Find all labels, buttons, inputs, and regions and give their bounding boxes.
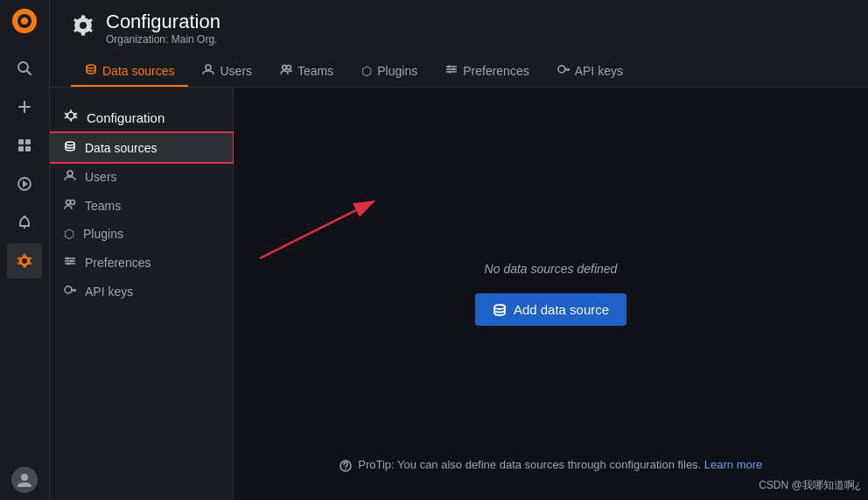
page-title: Configuration: [106, 11, 220, 33]
svg-point-43: [66, 257, 69, 260]
protip-message: ProTip: You can also define data sources…: [358, 458, 701, 471]
plugins-menu-icon: ⬡: [64, 227, 74, 241]
svg-line-52: [260, 201, 374, 258]
page-subtitle: Organization: Main Org.: [106, 33, 220, 46]
svg-point-27: [448, 66, 451, 68]
sidebar-dashboards-icon[interactable]: [7, 128, 42, 163]
left-panel-data-sources-label: Data sources: [85, 141, 157, 155]
users-tab-icon: [202, 63, 214, 78]
sidebar-bottom: [11, 467, 38, 493]
preferences-tab-icon: [445, 63, 458, 78]
preferences-menu-icon: [64, 255, 76, 270]
svg-point-2: [21, 18, 28, 25]
svg-point-28: [452, 68, 455, 71]
tab-preferences-label: Preferences: [463, 64, 528, 78]
teams-tab-icon: [280, 63, 292, 78]
no-data-message: No data sources defined: [485, 262, 618, 276]
data-sources-tab-icon: [85, 63, 97, 78]
left-panel-api-keys-label: API keys: [85, 285, 133, 299]
svg-point-37: [67, 171, 73, 176]
svg-point-36: [66, 142, 74, 145]
svg-point-21: [206, 65, 211, 70]
app-logo[interactable]: [10, 7, 38, 35]
protip-icon: [340, 458, 359, 471]
config-gear-icon: [71, 13, 95, 44]
left-panel-teams-label: Teams: [85, 199, 121, 213]
left-panel-plugins-label: Plugins: [83, 227, 123, 241]
data-sources-menu-icon: [64, 140, 76, 155]
sidebar-alerting-icon[interactable]: [7, 205, 42, 240]
svg-point-50: [494, 305, 505, 309]
sidebar-search-icon[interactable]: [7, 51, 42, 86]
svg-point-35: [68, 113, 74, 118]
tab-users-label: Users: [220, 64, 252, 78]
tab-plugins[interactable]: ⬡ Plugins: [347, 56, 431, 87]
svg-marker-12: [23, 180, 28, 187]
tab-teams-label: Teams: [298, 64, 333, 78]
svg-point-23: [287, 66, 291, 70]
svg-rect-7: [18, 139, 24, 144]
topbar: Configuration Organization: Main Org. Da…: [50, 0, 868, 88]
left-panel-item-api-keys[interactable]: API keys: [50, 277, 233, 306]
add-data-source-label: Add data source: [514, 302, 609, 317]
left-panel-title: Configuration: [50, 102, 233, 133]
plugins-tab-icon: ⬡: [361, 64, 372, 78]
tab-api-keys-label: API keys: [575, 64, 623, 78]
left-panel-title-text: Configuration: [87, 110, 164, 125]
svg-point-16: [22, 258, 27, 264]
tab-teams[interactable]: Teams: [266, 56, 347, 87]
svg-rect-8: [25, 139, 31, 144]
left-panel-preferences-label: Preferences: [85, 256, 150, 270]
left-panel: Configuration Data sources: [50, 88, 234, 500]
teams-menu-icon: [64, 198, 76, 213]
tab-api-keys[interactable]: API keys: [543, 56, 637, 87]
left-panel-item-data-sources[interactable]: Data sources: [50, 133, 233, 162]
svg-point-45: [67, 263, 70, 265]
left-panel-item-teams[interactable]: Teams: [50, 191, 233, 220]
protip-text: ProTip: You can also define data sources…: [234, 458, 868, 472]
svg-point-20: [87, 65, 95, 68]
left-panel-users-label: Users: [85, 170, 117, 184]
tab-preferences[interactable]: Preferences: [431, 56, 542, 87]
learn-more-link[interactable]: Learn more: [704, 458, 762, 471]
sidebar: [0, 0, 50, 500]
left-panel-gear-icon: [64, 109, 78, 126]
svg-point-17: [21, 474, 28, 481]
sidebar-config-icon[interactable]: [7, 243, 42, 278]
tab-data-sources-label: Data sources: [102, 64, 174, 78]
svg-point-30: [558, 66, 565, 73]
content-area: Configuration Data sources: [50, 88, 868, 500]
svg-rect-10: [25, 146, 31, 151]
user-avatar[interactable]: [11, 467, 38, 493]
svg-point-29: [449, 71, 452, 74]
watermark: CSDN @我哪知道啊¿: [759, 478, 861, 493]
svg-point-19: [80, 22, 87, 29]
topbar-title-row: Configuration Organization: Main Org.: [71, 11, 847, 46]
left-panel-item-plugins[interactable]: ⬡ Plugins: [50, 220, 233, 248]
svg-point-44: [71, 260, 74, 263]
main-content: Configuration Organization: Main Org. Da…: [50, 0, 868, 500]
tab-users[interactable]: Users: [188, 56, 266, 87]
api-keys-menu-icon: [64, 284, 76, 299]
svg-point-54: [345, 468, 346, 470]
left-panel-item-users[interactable]: Users: [50, 162, 233, 191]
svg-point-46: [65, 286, 72, 293]
tab-data-sources[interactable]: Data sources: [71, 56, 188, 87]
sidebar-plus-icon[interactable]: [7, 89, 42, 124]
sidebar-explore-icon[interactable]: [7, 166, 42, 201]
topbar-tabs: Data sources Users: [71, 56, 847, 87]
svg-line-4: [27, 71, 32, 75]
tab-plugins-label: Plugins: [377, 64, 417, 78]
api-keys-tab-icon: [557, 63, 570, 78]
left-panel-item-preferences[interactable]: Preferences: [50, 248, 233, 277]
svg-point-39: [71, 201, 75, 205]
users-menu-icon: [64, 169, 76, 184]
add-data-source-button[interactable]: Add data source: [475, 293, 626, 326]
main-panel: No data sources defined Add data source: [234, 88, 868, 500]
svg-rect-9: [18, 146, 24, 151]
